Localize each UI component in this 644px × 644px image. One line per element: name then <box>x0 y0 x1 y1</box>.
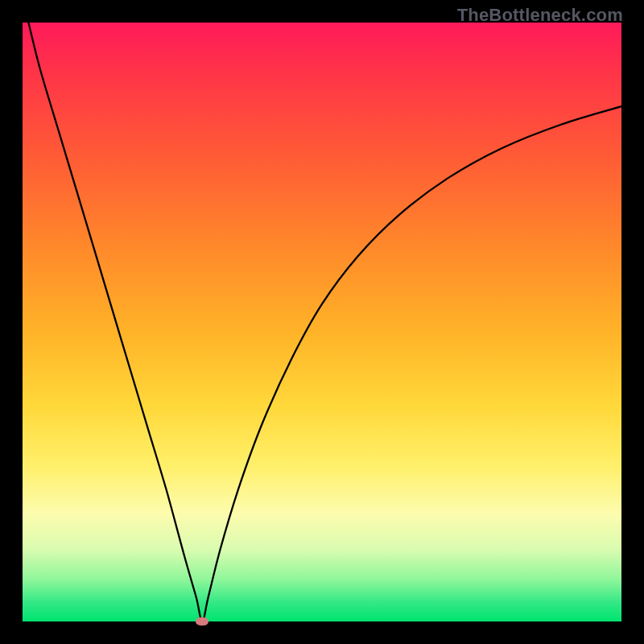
chart-frame: TheBottleneck.com <box>0 0 644 644</box>
bottleneck-curve-path <box>28 23 621 621</box>
curve-svg <box>23 23 621 621</box>
plot-area <box>23 23 621 621</box>
minimum-marker <box>196 617 208 625</box>
